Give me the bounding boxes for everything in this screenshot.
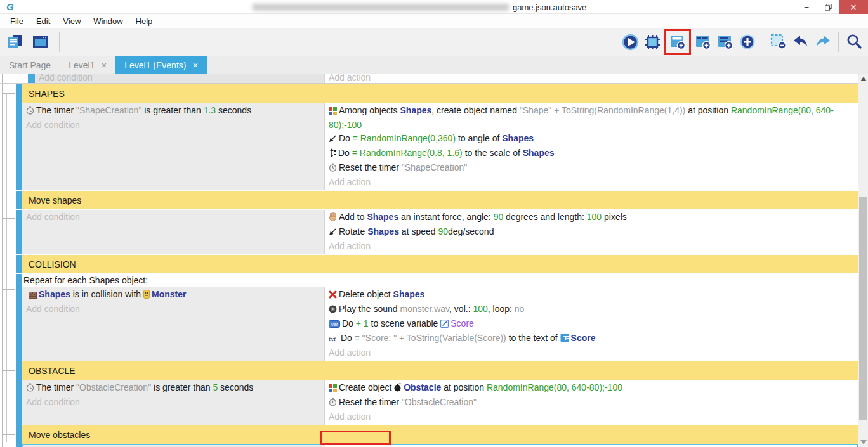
- group-header-move-shapes[interactable]: Move shapes: [22, 191, 858, 209]
- group-header-shapes[interactable]: SHAPES: [22, 84, 858, 103]
- event-indent-bar: [16, 380, 22, 425]
- events-sheet: Add conditionAdd actionSHAPESThe timer "…: [0, 74, 858, 447]
- scroll-down-arrow-icon[interactable]: [860, 440, 867, 444]
- action-line[interactable]: txtDo = "Score: " + ToString(Variable(Sc…: [325, 332, 858, 346]
- tree-tick: [2, 264, 15, 264]
- undo-icon[interactable]: [791, 29, 811, 55]
- restore-button[interactable]: [817, 0, 839, 14]
- close-button[interactable]: ✕: [839, 0, 868, 14]
- menu-item-view[interactable]: View: [56, 15, 87, 27]
- action-line[interactable]: Do = RandomInRange(0.8, 1.6) to the scal…: [325, 146, 858, 161]
- group-header-obstacle[interactable]: OBSTACLE: [22, 361, 858, 380]
- toolbar-divider: [763, 32, 763, 52]
- toolbar-divider: [59, 32, 60, 52]
- group-header-collision[interactable]: COLLISION: [22, 255, 858, 273]
- scrollbar-thumb[interactable]: [859, 197, 867, 420]
- sound-icon: [329, 304, 337, 317]
- tab-level1-events[interactable]: Level1 (Events)×: [115, 56, 207, 74]
- add-other-event-icon[interactable]: [737, 29, 758, 55]
- tab-close-icon[interactable]: ×: [192, 60, 198, 70]
- variable-icon: Var: [329, 318, 340, 332]
- event-group-row: SHAPES: [0, 84, 858, 103]
- timer-icon: [329, 397, 337, 410]
- partial-event-row: Add conditionAdd action: [0, 74, 858, 84]
- add-action-button[interactable]: Add action: [325, 240, 858, 253]
- angle-arrow-icon: [329, 133, 337, 146]
- event-indent-bar: [16, 361, 22, 380]
- tree-tick: [2, 370, 15, 371]
- group-label: OBSTACLE: [29, 366, 76, 376]
- tree-tick: [2, 289, 15, 290]
- event-indent-bar: [16, 84, 22, 103]
- preview-play-icon[interactable]: [620, 29, 640, 55]
- group-header-move-obstacles[interactable]: Move obstacles: [22, 425, 858, 444]
- tab-start-page[interactable]: Start Page: [0, 56, 60, 74]
- action-line[interactable]: Reset the timer "ObstacleCreation": [325, 396, 858, 410]
- add-standard-event-icon[interactable]: [664, 29, 691, 55]
- add-action-button[interactable]: Add action: [325, 346, 858, 360]
- condition-line[interactable]: The timer "ObstacleCreation" is greater …: [22, 381, 324, 396]
- action-line[interactable]: Rotate Shapes at speed 90deg/second: [325, 225, 858, 240]
- force-hand-icon: [329, 212, 337, 225]
- action-line[interactable]: Add to Shapes an instant force, angle: 9…: [325, 211, 858, 225]
- add-action-button[interactable]: Add action: [325, 410, 858, 424]
- action-line[interactable]: Reset the timer "ShapeCreation": [325, 161, 858, 176]
- add-condition-button[interactable]: Add condition: [22, 119, 324, 132]
- add-condition-button[interactable]: Add condition: [35, 74, 324, 84]
- add-action-button[interactable]: Add action: [325, 74, 858, 84]
- text-object-icon: T: [560, 333, 569, 346]
- scroll-up-arrow-icon[interactable]: [860, 77, 867, 81]
- svg-text:txt: txt: [329, 335, 336, 342]
- debugger-icon[interactable]: [642, 29, 662, 55]
- add-comment-event-icon[interactable]: [715, 29, 735, 55]
- project-manager-icon[interactable]: [5, 29, 25, 55]
- event-group-row: OBSTACLE: [0, 361, 858, 380]
- event-row[interactable]: Add conditionAdd to Shapes an instant fo…: [0, 210, 858, 254]
- scene-editor-icon[interactable]: [30, 29, 51, 55]
- event-group-row: Move obstacles: [0, 425, 858, 444]
- monster-object-icon: [143, 289, 150, 302]
- group-label: Move obstacles: [29, 430, 90, 440]
- event-row[interactable]: The timer "ObstacleCreation" is greater …: [0, 380, 858, 425]
- condition-line[interactable]: Shapes is in collision with Monster: [22, 288, 324, 302]
- menu-item-edit[interactable]: Edit: [30, 15, 56, 27]
- search-icon[interactable]: [844, 29, 864, 55]
- foreach-header[interactable]: Repeat for each Shapes object:: [22, 274, 858, 287]
- tab-close-icon[interactable]: ×: [101, 60, 107, 70]
- timer-icon: [26, 105, 34, 119]
- minimize-button[interactable]: –: [796, 0, 817, 14]
- event-row[interactable]: The timer "ShapeCreation" is greater tha…: [0, 103, 858, 190]
- add-action-button[interactable]: Add action: [325, 176, 858, 189]
- event-row[interactable]: Repeat for each Shapes object:Shapes is …: [0, 274, 858, 361]
- timer-icon: [26, 382, 34, 396]
- event-indent-bar: [16, 210, 22, 254]
- add-condition-button[interactable]: Add condition: [22, 211, 324, 224]
- menu-item-window[interactable]: Window: [87, 15, 129, 27]
- tree-tick: [2, 434, 15, 435]
- add-sub-event-icon[interactable]: [693, 29, 713, 55]
- tree-tick: [2, 79, 15, 79]
- add-condition-button[interactable]: Add condition: [22, 396, 324, 409]
- action-line[interactable]: Play the sound monster.wav, vol.: 100, l…: [325, 302, 858, 317]
- condition-line[interactable]: The timer "ShapeCreation" is greater tha…: [22, 104, 324, 119]
- action-line[interactable]: Among objects Shapes, create object name…: [325, 104, 858, 132]
- event-row-selected[interactable]: Add conditionAdd action: [0, 444, 858, 447]
- action-line[interactable]: VarDo + 1 to scene variable Score: [325, 317, 858, 332]
- add-condition-button[interactable]: Add condition: [22, 302, 324, 316]
- tree-tick: [2, 218, 15, 219]
- menu-item-help[interactable]: Help: [129, 15, 159, 27]
- event-indent-bar: [16, 103, 22, 190]
- tab-level1[interactable]: Level1×: [60, 56, 115, 74]
- menu-item-file[interactable]: File: [4, 15, 30, 27]
- toolbar: [0, 28, 868, 56]
- delete-event-icon[interactable]: [768, 29, 789, 55]
- action-line[interactable]: Do = RandomInRange(0,360) to angle of Sh…: [325, 132, 858, 146]
- event-indent-bar: [16, 444, 22, 447]
- tab-label: Level1 (Events): [124, 60, 186, 70]
- event-indent-bar: [16, 274, 22, 361]
- action-line[interactable]: Create object Obstacle at position Rando…: [325, 381, 858, 396]
- action-line[interactable]: Delete object Shapes: [325, 288, 858, 302]
- vertical-scrollbar[interactable]: [858, 74, 868, 447]
- menu-bar: FileEditViewWindowHelp: [0, 14, 868, 28]
- redo-icon[interactable]: [813, 29, 833, 55]
